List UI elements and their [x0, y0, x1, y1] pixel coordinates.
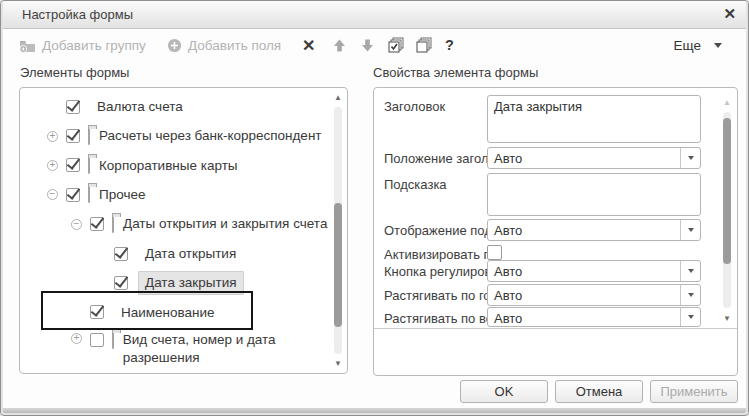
- stretch-vertical-select[interactable]: Авто: [487, 307, 701, 327]
- window-title: Настройка формы: [22, 7, 133, 22]
- help-icon[interactable]: ?: [445, 29, 454, 61]
- dropdown-button[interactable]: [680, 261, 700, 281]
- prop-label-stretch-horizontal: Растягивать по горизонт: [384, 284, 487, 306]
- checkbox-checked-icon[interactable]: [66, 158, 80, 172]
- tree-row-account-kind[interactable]: + Вид счета, номер и дата разрешения: [20, 327, 329, 373]
- props-scrollbar[interactable]: ▲ ▼: [720, 96, 734, 396]
- scrollbar-thumb[interactable]: [723, 118, 731, 264]
- add-group-button[interactable]: Добавить группу: [19, 29, 146, 61]
- checkbox-checked-icon[interactable]: [66, 100, 80, 114]
- tooltip-value: [488, 174, 700, 180]
- activate-on-open-checkbox[interactable]: [487, 245, 502, 260]
- move-down-icon[interactable]: [360, 29, 375, 61]
- ok-button[interactable]: OK: [460, 380, 548, 403]
- folder-icon: [88, 157, 90, 174]
- tree-row-name[interactable]: Наименование: [20, 298, 329, 327]
- tree-row-bank-correspondent[interactable]: + Расчеты через банк-корреспондент: [20, 121, 329, 150]
- tree-row-corporate-cards[interactable]: + Корпоративные карты: [20, 151, 329, 180]
- tree-row-label: Даты открытия и закрытия счета: [123, 215, 327, 233]
- adjust-button-value: Авто: [488, 261, 700, 284]
- dropdown-button[interactable]: [680, 285, 700, 305]
- chevron-down-icon: [688, 293, 694, 297]
- stretch-horizontal-select[interactable]: Авто: [487, 284, 701, 306]
- tree-row-open-date[interactable]: Дата открытия: [20, 239, 329, 268]
- checkbox-checked-icon[interactable]: [114, 276, 128, 290]
- cancel-button[interactable]: Отмена: [555, 380, 643, 403]
- folder-icon: [112, 216, 114, 233]
- tooltip-input[interactable]: [487, 173, 701, 216]
- folder-icon: [88, 128, 90, 145]
- title-value: Дата закрытия: [488, 96, 700, 119]
- apply-button[interactable]: Применить: [650, 380, 738, 403]
- adjust-button-select[interactable]: Авто: [487, 260, 701, 282]
- expand-plus-icon[interactable]: +: [47, 160, 58, 171]
- checkbox-unchecked-icon[interactable]: [90, 333, 104, 347]
- folder-icon: [88, 186, 90, 203]
- toolbar: Добавить группу Добавить поля ✕: [1, 29, 748, 61]
- dropdown-button[interactable]: [680, 308, 700, 326]
- more-label: Еще: [674, 38, 701, 53]
- check-all-icon[interactable]: [387, 29, 405, 61]
- prop-label-title-position: Положение заголовка: [384, 147, 487, 169]
- tree-row-currency[interactable]: Валюта счета: [20, 92, 329, 121]
- add-fields-button[interactable]: Добавить поля: [167, 29, 281, 61]
- tree-row-open-close-dates[interactable]: − Даты открытия и закрытия счета: [20, 210, 329, 239]
- scroll-down-icon[interactable]: ▼: [331, 359, 345, 368]
- tree-row-other[interactable]: − Прочее: [20, 180, 329, 209]
- title-position-select[interactable]: Авто: [487, 147, 701, 169]
- element-properties-panel: Заголовок Дата закрытия Положение заголо…: [373, 87, 738, 376]
- collapse-minus-icon[interactable]: −: [47, 189, 58, 200]
- form-settings-dialog: Настройка формы ✕ Добавить группу: [0, 0, 749, 416]
- tree-row-label: Дата открытия: [145, 245, 236, 263]
- scroll-down-icon[interactable]: ▼: [720, 314, 734, 323]
- checkbox-checked-icon[interactable]: [66, 129, 80, 143]
- tree-scrollbar[interactable]: ▲ ▼: [331, 91, 345, 370]
- chevron-down-icon: [688, 228, 694, 232]
- prop-label-title: Заголовок: [384, 95, 487, 143]
- uncheck-all-icon[interactable]: [415, 29, 433, 61]
- window-bottom-edge: [2, 408, 747, 415]
- tooltip-display-select[interactable]: Авто: [487, 219, 701, 241]
- stretch-horizontal-value: Авто: [488, 285, 700, 308]
- tree-row-label: Корпоративные карты: [99, 157, 238, 175]
- dropdown-button[interactable]: [680, 220, 700, 240]
- prop-label-stretch-vertical: Растягивать по вертикал: [384, 307, 487, 327]
- tree-panel-header: Элементы формы: [20, 65, 129, 80]
- chevron-down-icon: [688, 269, 694, 273]
- scrollbar-thumb[interactable]: [334, 203, 342, 327]
- folder-icon: [112, 332, 114, 349]
- scroll-up-icon[interactable]: ▲: [331, 93, 345, 102]
- checkbox-checked-icon[interactable]: [66, 188, 80, 202]
- prop-label-tooltip-display: Отображение подсказки: [384, 219, 487, 241]
- prop-label-adjust-button: Кнопка регулирования: [384, 260, 487, 282]
- title-input[interactable]: Дата закрытия: [487, 95, 701, 143]
- tree-row-label: Прочее: [99, 186, 145, 204]
- tree-row-label: Наименование: [121, 304, 215, 322]
- form-elements-tree: Валюта счета + Расчеты через банк-коррес…: [19, 87, 348, 374]
- expand-plus-icon[interactable]: +: [47, 131, 58, 142]
- props-panel-header: Свойства элемента формы: [373, 65, 538, 80]
- title-position-value: Авто: [488, 148, 700, 171]
- tooltip-display-value: Авто: [488, 220, 700, 243]
- collapse-minus-icon[interactable]: −: [71, 219, 82, 230]
- checkbox-checked-icon[interactable]: [90, 217, 104, 231]
- checkbox-checked-icon[interactable]: [114, 247, 128, 261]
- expand-plus-icon[interactable]: +: [71, 333, 82, 344]
- close-icon[interactable]: ✕: [723, 5, 736, 23]
- prop-label-tooltip: Подсказка: [384, 173, 487, 216]
- delete-icon[interactable]: ✕: [302, 29, 315, 61]
- move-up-icon[interactable]: [332, 29, 347, 61]
- more-button[interactable]: Еще: [674, 29, 722, 61]
- dropdown-button[interactable]: [680, 148, 700, 168]
- checkbox-checked-icon[interactable]: [90, 305, 104, 319]
- add-group-folder-icon: [19, 38, 36, 53]
- add-group-label: Добавить группу: [42, 38, 146, 53]
- tree-row-close-date[interactable]: Дата закрытия: [20, 268, 329, 297]
- chevron-down-icon: [714, 43, 722, 48]
- tree-row-label: Расчеты через банк-корреспондент: [99, 127, 322, 145]
- title-bar[interactable]: Настройка формы ✕: [1, 1, 748, 29]
- props-separator: [374, 328, 737, 329]
- add-fields-plus-icon: [167, 38, 182, 53]
- tree-row-label: Вид счета, номер и дата разрешения: [123, 331, 329, 366]
- scroll-up-icon[interactable]: ▲: [720, 98, 734, 107]
